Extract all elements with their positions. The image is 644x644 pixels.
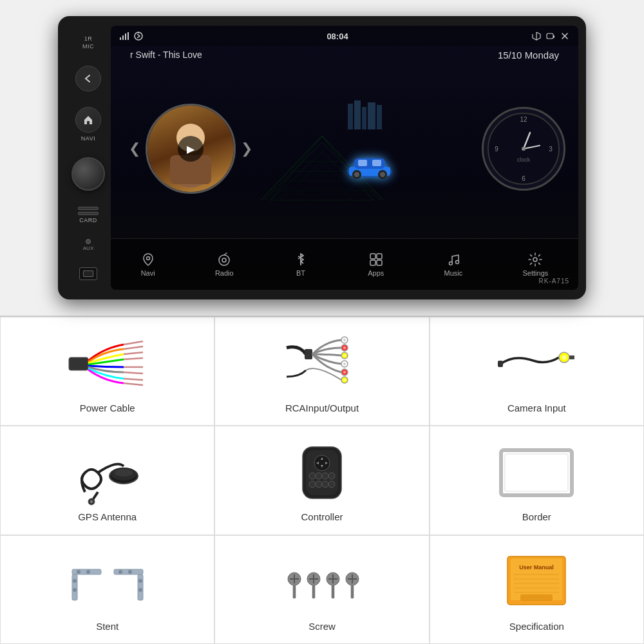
svg-line-62 — [124, 346, 143, 349]
svg-line-64 — [124, 358, 143, 359]
album-art[interactable]: ▶ — [146, 104, 236, 194]
svg-point-47 — [522, 147, 526, 151]
gps-image — [69, 440, 146, 505]
radio-unit: 1R MIC NAVI CARD AUX — [58, 16, 586, 299]
svg-point-73 — [343, 346, 346, 349]
svg-text:◄: ◄ — [316, 460, 320, 465]
svg-point-120 — [138, 588, 142, 592]
svg-text:12: 12 — [520, 116, 527, 123]
card-slot: CARD — [78, 207, 99, 223]
svg-line-66 — [124, 372, 143, 374]
svg-rect-6 — [547, 33, 553, 39]
svg-point-111 — [77, 570, 80, 574]
prev-arrow[interactable]: ❮ — [124, 140, 146, 157]
navi-icon — [141, 252, 155, 267]
svg-rect-110 — [72, 574, 77, 600]
svg-rect-36 — [354, 100, 361, 129]
settings-label-text: Settings — [523, 269, 549, 277]
svg-text:9: 9 — [495, 146, 498, 153]
svg-line-67 — [124, 379, 143, 380]
accessory-controller: ▲ ▼ ◄ ► Controller — [214, 426, 429, 535]
svg-point-117 — [118, 570, 122, 574]
accessory-border: Border — [430, 426, 644, 535]
svg-point-103 — [309, 481, 316, 488]
volume-knob[interactable] — [71, 157, 105, 191]
svg-rect-7 — [553, 35, 554, 38]
nav-item-apps[interactable]: Apps — [357, 247, 394, 282]
nav-item-navi[interactable]: Navi — [131, 247, 166, 282]
mic-label: MIC — [82, 43, 94, 50]
border-image — [498, 440, 575, 505]
nav-item-settings[interactable]: Settings — [513, 247, 559, 282]
svg-point-112 — [86, 570, 90, 574]
svg-point-84 — [562, 355, 567, 360]
svg-point-118 — [128, 570, 132, 574]
stent-label: Stent — [96, 621, 118, 632]
left-panel: 1R MIC NAVI CARD AUX — [66, 23, 111, 293]
stent-image — [69, 550, 146, 614]
car-display — [258, 97, 482, 200]
svg-rect-124 — [293, 585, 296, 598]
accessory-stent: Stent — [0, 535, 214, 644]
nav-item-radio[interactable]: Radio — [205, 247, 244, 282]
nav-item-music[interactable]: Music — [434, 247, 473, 282]
svg-point-79 — [343, 371, 346, 374]
screw-image — [283, 550, 361, 614]
svg-point-58 — [455, 260, 459, 263]
svg-point-81 — [343, 379, 346, 381]
back-button[interactable] — [75, 66, 101, 91]
svg-point-91 — [90, 500, 93, 503]
camera-input-label: Camera Input — [507, 402, 566, 413]
svg-rect-30 — [372, 160, 381, 166]
clock-time: 08:04 — [327, 32, 348, 41]
home-button[interactable] — [75, 107, 101, 133]
svg-text:clock: clock — [517, 156, 531, 163]
svg-rect-136 — [351, 585, 354, 598]
svg-text:6: 6 — [522, 175, 526, 182]
svg-line-61 — [124, 341, 143, 345]
next-arrow[interactable]: ❯ — [236, 140, 258, 157]
screen: 08:04 r Swift - This Love 15/10 Monday ❮ — [111, 26, 578, 290]
usb-port[interactable] — [79, 267, 97, 280]
model-number: RK-A715 — [538, 278, 569, 285]
svg-text:►: ► — [325, 460, 329, 465]
camera-input-image — [498, 332, 575, 396]
aux-label: AUX — [83, 245, 93, 251]
controller-image: ▲ ▼ ◄ ► — [283, 440, 361, 505]
svg-point-57 — [449, 261, 452, 265]
settings-icon — [528, 252, 542, 267]
rca-label: RCAInput/Output — [285, 402, 359, 413]
svg-text:▲: ▲ — [320, 456, 325, 460]
power-cable-label: Power Cable — [80, 402, 135, 413]
nav-bar: Navi Radio — [111, 238, 578, 290]
svg-rect-0 — [120, 37, 121, 40]
svg-rect-60 — [69, 357, 88, 370]
accessory-rca: RCAInput/Output — [214, 317, 429, 426]
svg-point-100 — [316, 473, 322, 479]
navi-label: NAVI — [81, 135, 95, 142]
svg-line-20 — [293, 171, 322, 200]
apps-label-text: Apps — [368, 269, 384, 277]
svg-point-102 — [328, 473, 335, 479]
svg-rect-85 — [569, 355, 574, 359]
border-label: Border — [522, 511, 551, 522]
card-label: CARD — [79, 217, 97, 223]
controller-label: Controller — [301, 511, 343, 522]
nav-item-bt[interactable]: BT — [283, 247, 318, 282]
svg-rect-145 — [520, 594, 553, 601]
svg-rect-116 — [138, 574, 143, 600]
apps-icon — [369, 252, 383, 267]
svg-text:User Manual: User Manual — [520, 564, 554, 571]
top-section: 1R MIC NAVI CARD AUX — [0, 0, 644, 316]
song-info: r Swift - This Love — [130, 50, 202, 60]
svg-rect-53 — [370, 254, 375, 259]
svg-rect-82 — [498, 361, 503, 367]
svg-point-75 — [343, 354, 346, 357]
main-display: r Swift - This Love 15/10 Monday ❮ — [111, 46, 578, 238]
music-label-text: Music — [444, 269, 463, 277]
accessories-grid: Power Cable — [0, 316, 644, 644]
svg-line-63 — [124, 352, 143, 354]
status-bar: 08:04 — [111, 26, 578, 46]
accessory-camera-input: Camera Input — [430, 317, 644, 426]
svg-rect-54 — [377, 254, 382, 259]
